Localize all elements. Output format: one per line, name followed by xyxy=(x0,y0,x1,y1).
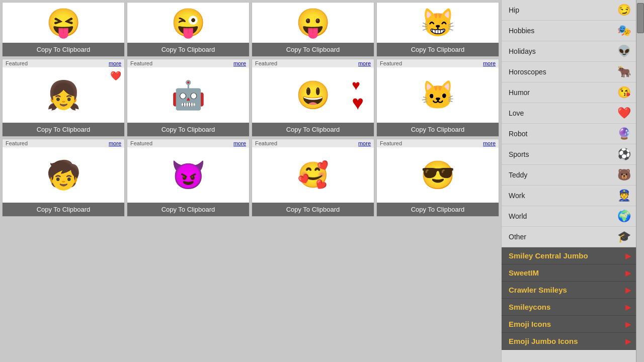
section-arrow-emoji-icons: ▶ xyxy=(625,320,631,328)
section-arrow-smiley-central-jumbo: ▶ xyxy=(625,252,631,260)
image-area-mid-3: 😃 ♥♥ xyxy=(252,67,374,123)
section-label-sweetim: SweetIM xyxy=(509,268,539,277)
more-link-bot-4[interactable]: more xyxy=(483,140,496,146)
heart-icon-mid-1: ❤️ xyxy=(110,70,121,81)
image-area-bot-3: 🥰 xyxy=(252,147,374,203)
sidebar-item-work[interactable]: Work 👮 xyxy=(502,186,636,206)
image-area-top-3: 😛 xyxy=(252,3,374,43)
section-label-smileycons: Smileycons xyxy=(509,303,550,311)
image-area-bot-4: 😎 xyxy=(377,147,499,203)
section-label-emoji-jumbo-icons: Emoji Jumbo Icons xyxy=(509,337,578,345)
more-link-mid-3[interactable]: more xyxy=(358,60,371,66)
more-link-mid-4[interactable]: more xyxy=(483,60,496,66)
sidebar-label-world: World xyxy=(509,212,527,220)
sidebar-icon-humor: 😘 xyxy=(617,85,631,100)
featured-bar-mid-2: Featured more xyxy=(127,59,249,67)
emoji-card-top-2: 😜 Copy To Clipboard xyxy=(127,2,250,57)
sidebar-item-other[interactable]: Other 🎓 xyxy=(502,227,636,247)
sidebar-section-emoji-jumbo-icons[interactable]: Emoji Jumbo Icons ▶ xyxy=(502,333,636,350)
clipboard-btn-mid-1[interactable]: Copy To Clipboard xyxy=(3,123,124,136)
more-link-bot-2[interactable]: more xyxy=(233,140,246,146)
sidebar-label-work: Work xyxy=(509,192,525,200)
clipboard-btn-mid-2[interactable]: Copy To Clipboard xyxy=(127,123,249,136)
main-content: 😝 Copy To Clipboard 😜 Copy To Clipboard … xyxy=(0,0,501,362)
emoji-icon-mid-4: 🐱 xyxy=(421,81,455,109)
emoji-card-bot-1: Featured more 🧒 Copy To Clipboard xyxy=(2,139,125,217)
sidebar-item-horoscopes[interactable]: Horoscopes 🐂 xyxy=(502,62,636,82)
sidebar-item-robot[interactable]: Robot 🔮 xyxy=(502,124,636,144)
featured-label-bot-2: Featured xyxy=(130,140,152,146)
emoji-card-mid-2: Featured more 🤖 Copy To Clipboard xyxy=(127,59,250,137)
emoji-icon-bot-1: 🧒 xyxy=(46,161,81,189)
image-area-top-4: 😸 xyxy=(377,3,499,43)
sidebar-item-holidays[interactable]: Holidays 👽 xyxy=(502,41,636,62)
emoji-icon-bot-3: 🥰 xyxy=(297,160,329,190)
image-area-bot-2: 😈 xyxy=(127,147,249,203)
sidebar-label-love: Love xyxy=(509,109,524,117)
sidebar-section-smileycons[interactable]: Smileycons ▶ xyxy=(502,299,636,316)
sidebar-icon-hip: 😏 xyxy=(617,3,631,17)
clipboard-btn-bot-2[interactable]: Copy To Clipboard xyxy=(127,203,249,216)
sidebar-item-sports[interactable]: Sports ⚽ xyxy=(502,144,636,165)
featured-label-mid-4: Featured xyxy=(380,60,402,66)
clipboard-btn-bot-4[interactable]: Copy To Clipboard xyxy=(377,203,499,216)
featured-bar-bot-2: Featured more xyxy=(127,139,249,147)
emoji-card-mid-4: Featured more 🐱 Copy To Clipboard xyxy=(376,59,499,137)
sidebar-section-smiley-central-jumbo[interactable]: Smiley Central Jumbo ▶ xyxy=(502,247,636,264)
sidebar-item-world[interactable]: World 🌍 xyxy=(502,206,636,227)
featured-label-bot-4: Featured xyxy=(380,140,402,146)
more-link-bot-1[interactable]: more xyxy=(109,140,121,146)
clipboard-btn-top-3[interactable]: Copy To Clipboard xyxy=(252,43,374,56)
emoji-icon-top-3: 😛 xyxy=(296,9,331,37)
sidebar: Hip 😏 Hobbies 🎭 Holidays 👽 Horoscopes 🐂 … xyxy=(501,0,636,362)
sidebar-icon-hobbies: 🎭 xyxy=(617,24,631,38)
emoji-grid: 😝 Copy To Clipboard 😜 Copy To Clipboard … xyxy=(2,2,499,217)
sidebar-section-crawler-smileys[interactable]: Crawler Smileys ▶ xyxy=(502,282,636,299)
image-area-mid-1: 👧 ❤️ xyxy=(3,67,124,123)
clipboard-btn-bot-1[interactable]: Copy To Clipboard xyxy=(3,203,124,216)
clipboard-btn-top-2[interactable]: Copy To Clipboard xyxy=(127,43,249,56)
more-link-bot-3[interactable]: more xyxy=(358,140,371,146)
sidebar-label-humor: Humor xyxy=(509,88,530,97)
emoji-icon-top-2: 😜 xyxy=(171,9,206,37)
clipboard-btn-top-4[interactable]: Copy To Clipboard xyxy=(377,43,499,56)
featured-bar-bot-3: Featured more xyxy=(252,139,374,147)
sidebar-icon-world: 🌍 xyxy=(617,209,631,223)
sidebar-label-teddy: Teddy xyxy=(509,171,527,179)
emoji-card-top-1: 😝 Copy To Clipboard xyxy=(2,2,125,57)
section-label-smiley-central-jumbo: Smiley Central Jumbo xyxy=(509,251,588,260)
clipboard-btn-mid-3[interactable]: Copy To Clipboard xyxy=(252,123,374,136)
sidebar-icon-teddy: 🐻 xyxy=(617,168,631,182)
scrollbar-thumb[interactable] xyxy=(637,3,644,33)
emoji-card-top-3: 😛 Copy To Clipboard xyxy=(252,2,374,57)
emoji-card-bot-3: Featured more 🥰 Copy To Clipboard xyxy=(252,139,374,217)
more-link-mid-1[interactable]: more xyxy=(109,60,121,66)
emoji-icon-top-4: 😸 xyxy=(421,9,455,37)
section-arrow-smileycons: ▶ xyxy=(625,303,631,311)
sidebar-item-teddy[interactable]: Teddy 🐻 xyxy=(502,165,636,186)
hearts-overlay-mid-3: ♥♥ xyxy=(352,78,364,113)
emoji-card-bot-4: Featured more 😎 Copy To Clipboard xyxy=(376,139,499,217)
sidebar-item-humor[interactable]: Humor 😘 xyxy=(502,82,636,103)
clipboard-btn-mid-4[interactable]: Copy To Clipboard xyxy=(377,123,499,136)
emoji-card-mid-1: Featured more 👧 ❤️ Copy To Clipboard xyxy=(2,59,125,137)
clipboard-btn-bot-3[interactable]: Copy To Clipboard xyxy=(252,203,374,216)
scrollbar-track[interactable] xyxy=(636,0,644,362)
image-area-top-2: 😜 xyxy=(127,3,249,43)
sidebar-item-hip[interactable]: Hip 😏 xyxy=(502,0,636,21)
sidebar-section-sweetim[interactable]: SweetIM ▶ xyxy=(502,264,636,282)
image-area-bot-1: 🧒 xyxy=(3,147,124,203)
emoji-icon-mid-3: 😃 xyxy=(296,81,331,109)
image-area-mid-2: 🤖 xyxy=(127,67,249,123)
more-link-mid-2[interactable]: more xyxy=(233,60,246,66)
sidebar-item-love[interactable]: Love ❤️ xyxy=(502,103,636,124)
sidebar-label-hobbies: Hobbies xyxy=(509,27,534,35)
sidebar-section-emoji-icons[interactable]: Emoji Icons ▶ xyxy=(502,316,636,333)
sidebar-item-hobbies[interactable]: Hobbies 🎭 xyxy=(502,21,636,41)
clipboard-btn-top-1[interactable]: Copy To Clipboard xyxy=(3,43,124,56)
sidebar-label-holidays: Holidays xyxy=(509,47,536,55)
featured-bar-mid-1: Featured more xyxy=(3,59,124,67)
emoji-icon-bot-2: 😈 xyxy=(171,161,206,189)
emoji-card-mid-3: Featured more 😃 ♥♥ Copy To Clipboard xyxy=(252,59,374,137)
emoji-icon-top-1: 😝 xyxy=(46,9,81,37)
